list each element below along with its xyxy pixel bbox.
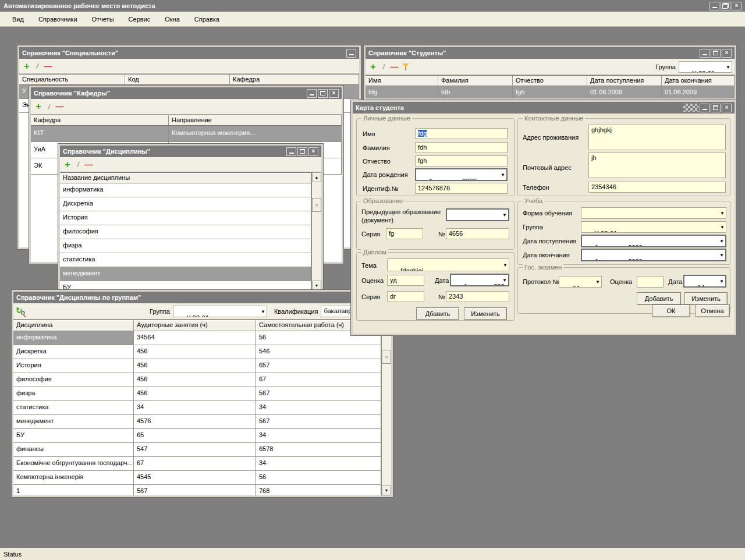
phone-field[interactable]: 2354346 <box>588 182 726 193</box>
table-row[interactable]: fdg fdh fgh 01.06.2009 01.06.2009 <box>366 86 735 98</box>
list-item[interactable]: физра <box>60 239 311 253</box>
edit-pencil-icon[interactable]: / <box>32 61 42 72</box>
id-field[interactable]: 124576876 <box>415 183 508 194</box>
name-field[interactable]: fdg <box>415 128 508 139</box>
table-row[interactable]: Компютерна інженерія 4545 56 <box>13 471 381 485</box>
disciplines-titlebar[interactable]: Справочник "Дисциплины" × <box>60 146 321 157</box>
list-item[interactable]: БУ <box>60 281 311 290</box>
departments-titlebar[interactable]: Справочник "Кафедры" × <box>31 87 342 99</box>
exam-grade-field[interactable] <box>637 276 664 288</box>
table-row[interactable]: информатика 34564 56 <box>13 331 381 345</box>
scroll-down-arrow-icon[interactable]: ▼ <box>312 281 321 290</box>
table-row[interactable]: KIT Компьютерная инженерия... <box>31 126 342 142</box>
scroll-up-arrow-icon[interactable]: ▲ <box>312 172 321 182</box>
card-maximize-button[interactable] <box>711 104 721 112</box>
menu-item-spravka[interactable]: Справка <box>189 14 225 24</box>
cancel-button[interactable]: Отмена <box>695 304 730 317</box>
list-item[interactable]: информатика <box>60 183 311 197</box>
group-disciplines-titlebar[interactable]: Справочник "Дисциплины по группам" <box>13 292 391 303</box>
exam-edit-button[interactable]: Изменить <box>684 292 728 305</box>
departments-minimize-button[interactable] <box>307 89 317 98</box>
add-icon[interactable]: + <box>62 160 73 170</box>
surname-field[interactable]: fdh <box>415 142 508 153</box>
delete-icon[interactable]: — <box>83 160 94 170</box>
diploma-date-picker[interactable]: 1 июня 200 ▼ <box>450 274 509 286</box>
study-form-select[interactable]: дневная ▼ <box>581 207 726 219</box>
filter-icon[interactable] <box>402 62 411 72</box>
departments-maximize-button[interactable] <box>318 89 328 98</box>
students-titlebar[interactable]: Справочник "Студенты" × <box>366 47 735 59</box>
specialties-minimize-button[interactable] <box>346 49 356 58</box>
table-row[interactable]: БУ 65 34 <box>13 429 381 443</box>
card-minimize-button[interactable] <box>700 104 709 112</box>
series-field[interactable]: fg <box>386 228 423 239</box>
patronymic-field[interactable]: fgh <box>415 155 508 166</box>
menu-item-servis[interactable]: Сервис <box>123 14 156 24</box>
diploma-edit-button[interactable]: Изменить <box>464 307 507 320</box>
app-restore-button[interactable] <box>721 2 730 10</box>
table-row[interactable]: финансы 547 6578 <box>13 443 381 457</box>
study-group-select[interactable]: У-08-61 ▼ <box>581 221 726 233</box>
delete-icon[interactable]: — <box>389 62 399 72</box>
students-group-select[interactable]: У-08-61 ▼ <box>679 61 732 73</box>
list-item[interactable]: Дискретка <box>60 197 311 211</box>
edit-pencil-icon[interactable]: / <box>73 160 83 170</box>
series-field[interactable]: dr <box>387 291 424 302</box>
number-field[interactable]: 4656 <box>446 228 509 239</box>
students-close-button[interactable]: × <box>722 49 732 58</box>
group-disciplines-scrollbar[interactable]: ▲ ≡ ▼ <box>381 320 391 495</box>
menu-item-vid[interactable]: Вид <box>7 14 29 24</box>
grade-field[interactable]: уд <box>387 275 424 286</box>
add-icon[interactable]: + <box>22 61 32 72</box>
scroll-down-arrow-icon[interactable]: ▼ <box>382 485 391 495</box>
finish-date-picker[interactable]: 1 июня 2009 г. ▼ <box>581 249 726 261</box>
exam-date-picker[interactable]: 14 июля ▼ <box>683 275 726 288</box>
refresh-search-icon[interactable]: ↻ <box>16 306 26 317</box>
table-row[interactable]: 1 567 768 <box>13 485 381 495</box>
list-item[interactable]: менеджмент <box>60 267 311 281</box>
ok-button[interactable]: ОК <box>652 304 690 317</box>
specialties-titlebar[interactable]: Справочник "Специальности" <box>19 47 359 59</box>
menu-item-spravochniki[interactable]: Справочники <box>33 14 83 24</box>
disciplines-close-button[interactable]: × <box>308 147 318 156</box>
disciplines-maximize-button[interactable] <box>297 147 307 156</box>
edit-pencil-icon[interactable]: / <box>378 62 389 72</box>
group-select[interactable]: У-08-61 ▼ <box>173 306 267 317</box>
add-icon[interactable]: + <box>33 101 44 112</box>
app-close-button[interactable]: × <box>732 2 742 10</box>
list-item[interactable]: История <box>60 211 311 225</box>
enroll-date-picker[interactable]: 1 июня 2009 г. ▼ <box>581 235 726 247</box>
number-field[interactable]: 2343 <box>446 291 509 302</box>
protocol-select[interactable]: 34 ▼ <box>559 276 602 288</box>
delete-icon[interactable]: — <box>54 101 65 112</box>
table-row[interactable]: Економічне обгрунтування господарч... 67… <box>13 457 381 471</box>
table-row[interactable]: философия 456 67 <box>13 373 381 387</box>
table-row[interactable]: физра 456 567 <box>13 387 381 401</box>
add-icon[interactable]: + <box>368 62 378 72</box>
menu-item-otchety[interactable]: Отчеты <box>87 14 119 24</box>
table-row[interactable]: История 456 657 <box>13 359 381 373</box>
table-row[interactable]: менеджмент 4576 567 <box>13 415 381 429</box>
table-row[interactable]: Дискретка 456 546 <box>13 345 381 359</box>
students-minimize-button[interactable] <box>700 49 709 58</box>
delete-icon[interactable]: — <box>42 61 53 72</box>
list-item[interactable]: философия <box>60 225 311 239</box>
disciplines-minimize-button[interactable] <box>286 147 296 156</box>
menu-item-okna[interactable]: Окна <box>159 14 185 24</box>
departments-close-button[interactable]: × <box>329 89 339 98</box>
mail-address-field[interactable]: jh <box>588 153 726 178</box>
table-row[interactable]: статистика 34 34 <box>13 401 381 415</box>
disciplines-scrollbar[interactable]: ▲ ≡ ▼ <box>311 172 321 290</box>
students-maximize-button[interactable] <box>711 49 721 58</box>
edit-pencil-icon[interactable]: / <box>44 101 54 112</box>
scrollbar-thumb[interactable]: ≡ <box>382 350 391 364</box>
previous-education-select[interactable]: атестат про пол ▼ <box>446 208 509 221</box>
address-field[interactable]: ghjhgkj <box>588 125 726 150</box>
exam-add-button[interactable]: Добавить <box>637 292 681 305</box>
diploma-add-button[interactable]: Дбавить <box>416 307 459 320</box>
theme-select[interactable]: fdgghjgj ▼ <box>387 258 509 271</box>
app-minimize-button[interactable] <box>709 2 719 10</box>
student-card-titlebar[interactable]: Карта студента × <box>353 102 735 114</box>
card-close-button[interactable]: × <box>722 104 732 112</box>
scrollbar-thumb[interactable]: ≡ <box>312 198 321 212</box>
